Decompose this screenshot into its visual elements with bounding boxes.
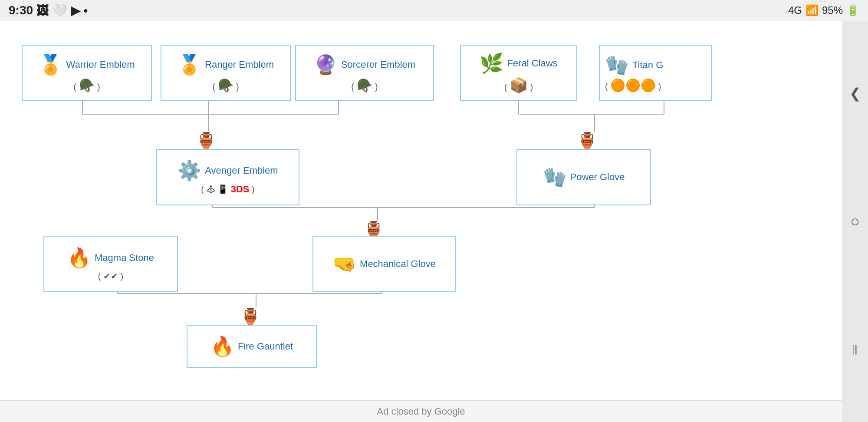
circle-button[interactable]: ○	[850, 212, 860, 231]
titan-glove-box: 🧤 Titan G ( 🟠🟠🟠 )	[599, 45, 712, 101]
feral-claws-icon: 🌿	[480, 52, 503, 75]
sorcerer-emblem-name: Sorcerer Emblem	[341, 59, 415, 70]
sorcerer-emblem-icon: 🔮	[314, 53, 338, 76]
power-glove-icon: 🧤	[543, 166, 567, 188]
feral-claws-name: Feral Claws	[507, 58, 557, 69]
magma-stone-icon: 🔥	[67, 247, 91, 269]
ranger-emblem-box: 🏅 Ranger Emblem ( 🪖 )	[161, 45, 291, 101]
titan-glove-sub: ( 🟠🟠🟠 )	[605, 78, 661, 92]
right-panel: ❮ ○ ⦀	[842, 21, 868, 422]
fire-gauntlet-name: Fire Gauntlet	[238, 341, 293, 352]
mechanical-glove-icon: 🤜	[332, 253, 356, 275]
avenger-emblem-box: ⚙️ Avenger Emblem ( 🕹 📱 3DS )	[156, 149, 299, 205]
main-content: 🏅 Warrior Emblem ( 🪖 ) 🏅 Ranger Emblem (…	[0, 21, 842, 422]
magma-stone-name: Magma Stone	[95, 252, 154, 264]
avenger-emblem-sub: ( 🕹 📱 3DS )	[201, 184, 254, 195]
magma-stone-sub: ( ✔✔ )	[98, 271, 123, 281]
mechanical-glove-name: Mechanical Glove	[360, 258, 436, 270]
titan-glove-name: Titan G	[632, 59, 663, 71]
sorcerer-emblem-box: 🔮 Sorcerer Emblem ( 🪖 )	[295, 45, 434, 101]
fire-gauntlet-box: 🔥 Fire Gauntlet	[187, 325, 317, 368]
power-glove-box: 🧤 Power Glove	[516, 149, 651, 205]
battery-icon: 🔋	[846, 4, 859, 16]
avenger-emblem-icon: ⚙️	[178, 159, 201, 182]
warrior-emblem-name: Warrior Emblem	[66, 59, 135, 70]
warrior-emblem-box: 🏅 Warrior Emblem ( 🪖 )	[22, 45, 152, 101]
signal-icon: 📶	[806, 4, 819, 16]
ranger-emblem-icon: 🏅	[178, 53, 201, 76]
mechanical-glove-box: 🤜 Mechanical Glove	[312, 236, 456, 292]
nav-lines-icon[interactable]: ⦀	[852, 342, 858, 358]
time-display: 9:30	[9, 3, 33, 17]
status-bar: 9:30 🖼 🤍 ▶ • 4G 📶 95% 🔋	[0, 0, 868, 21]
titan-glove-icon: 🧤	[605, 54, 629, 76]
battery-percent: 95%	[822, 4, 843, 16]
status-icons: 🖼 🤍 ▶ •	[36, 3, 88, 18]
feral-claws-sub: ( 📦 )	[504, 76, 533, 94]
ad-text: Ad closed by Google	[377, 406, 465, 417]
craft-tree: 🏅 Warrior Emblem ( 🪖 ) 🏅 Ranger Emblem (…	[0, 21, 842, 422]
fire-gauntlet-icon: 🔥	[210, 335, 234, 358]
feral-claws-box: 🌿 Feral Claws ( 📦 )	[460, 45, 577, 101]
power-glove-name: Power Glove	[570, 171, 625, 183]
ranger-emblem-sub: ( 🪖 )	[212, 78, 239, 93]
ranger-emblem-name: Ranger Emblem	[205, 59, 274, 70]
avenger-emblem-name: Avenger Emblem	[205, 165, 278, 176]
ad-bar: Ad closed by Google	[0, 400, 842, 422]
warrior-emblem-sub: ( 🪖 )	[73, 78, 100, 93]
warrior-emblem-icon: 🏅	[39, 53, 62, 76]
network-icon: 4G	[788, 4, 802, 16]
status-right: 4G 📶 95% 🔋	[788, 4, 859, 16]
magma-stone-box: 🔥 Magma Stone ( ✔✔ )	[43, 236, 178, 292]
status-left: 9:30 🖼 🤍 ▶ •	[9, 3, 88, 18]
sorcerer-emblem-sub: ( 🪖 )	[351, 78, 378, 93]
chevron-left-icon[interactable]: ❮	[849, 85, 861, 102]
